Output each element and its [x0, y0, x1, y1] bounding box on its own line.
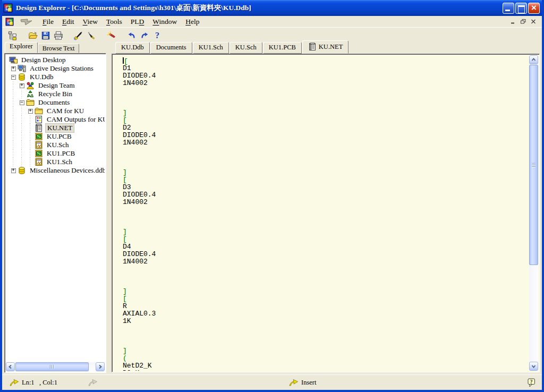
- tree-indent-guide: [18, 107, 26, 115]
- tree-item-label: Miscellaneous Devices.ddb: [28, 166, 105, 175]
- tree-item-design-desktop[interactable]: Design Desktop: [6, 56, 105, 64]
- scroll-right-button[interactable]: [96, 362, 105, 371]
- document-tab-ku-sch[interactable]: KU.Sch: [230, 42, 262, 54]
- help-balloon-icon[interactable]: ?: [527, 378, 536, 387]
- horizontal-scrollbar-thumb[interactable]: [15, 362, 89, 371]
- tree-item-label: Design Team: [37, 81, 76, 90]
- editor-line: D2-K: [123, 370, 528, 371]
- tree-item-cam-for-ku[interactable]: +CAM for KU: [6, 107, 105, 115]
- editor-line: [123, 87, 528, 95]
- menu-view[interactable]: View: [79, 17, 102, 27]
- vertical-scrollbar[interactable]: [529, 55, 538, 371]
- maximize-button[interactable]: [515, 3, 527, 14]
- editor-line: [123, 154, 528, 161]
- tree-item-label: Active Design Stations: [28, 64, 95, 73]
- tree-indent-guide: [9, 124, 18, 132]
- menu-tools[interactable]: Tools: [102, 17, 126, 27]
- editor-line: R: [123, 303, 528, 310]
- document-tab-ku1-sch[interactable]: KU1.Sch: [193, 42, 229, 54]
- folder-icon: [26, 98, 35, 107]
- editor-lines[interactable]: [D1DIODE0.41N4002][D2DIODE0.41N4002][D3D…: [113, 55, 528, 371]
- tree-item-label: KU.Ddb: [28, 73, 55, 81]
- tree-item-ku1-sch[interactable]: KU1.Sch: [6, 158, 105, 166]
- editor-line: [123, 147, 528, 154]
- menu-window[interactable]: Window: [148, 17, 181, 27]
- tree-indent-guide: [18, 90, 26, 98]
- tree-item-ku-net[interactable]: KU.NET: [6, 124, 105, 132]
- expand-plus-icon[interactable]: +: [11, 66, 16, 71]
- expand-plus-icon[interactable]: +: [11, 168, 16, 173]
- status-arrow-icon: [10, 379, 19, 386]
- mdi-minimize-button[interactable]: [508, 18, 517, 25]
- menu-pld[interactable]: PLD: [126, 17, 149, 27]
- expand-plus-icon[interactable]: +: [20, 83, 24, 88]
- close-button[interactable]: [528, 3, 540, 14]
- minimize-button[interactable]: [503, 3, 514, 14]
- editor-line: D2: [123, 124, 528, 132]
- window-controls: [503, 3, 540, 14]
- document-tab-ku1-pcb[interactable]: KU1.PCB: [263, 42, 302, 54]
- editor-line: [123, 221, 528, 228]
- copy-button[interactable]: [85, 29, 98, 41]
- document-tab-ku-net[interactable]: KU.NET: [302, 40, 348, 54]
- panel-tab-explorer[interactable]: Explorer: [5, 42, 38, 53]
- scroll-left-button[interactable]: [6, 362, 15, 371]
- print-icon: [54, 30, 63, 40]
- tree-item-design-team[interactable]: +Design Team: [6, 81, 105, 90]
- editor-line: [123, 266, 528, 273]
- scroll-up-button[interactable]: [529, 55, 538, 64]
- cut-button[interactable]: [72, 29, 85, 41]
- pcb-doc-icon: [35, 132, 43, 141]
- team-icon: [26, 81, 35, 90]
- app-logo-icon[interactable]: [3, 3, 13, 13]
- mdi-document-icon[interactable]: [5, 18, 14, 26]
- tree-item-ku-ddb[interactable]: −KU.Ddb: [6, 73, 105, 81]
- window-title: Design Explorer - [C:\Documents and Sett…: [16, 3, 503, 13]
- tree-item-active-design-stations[interactable]: +Active Design Stations: [6, 64, 105, 73]
- vertical-scrollbar-thumb[interactable]: [529, 65, 538, 265]
- save-button[interactable]: [39, 29, 52, 41]
- tree-item-ku-pcb[interactable]: KU.PCB: [6, 132, 105, 141]
- tree-item-ku-sch[interactable]: KU.Sch: [6, 141, 105, 149]
- document-tab-ku-ddb[interactable]: KU.Ddb: [115, 42, 150, 54]
- mdi-restore-button[interactable]: [518, 18, 528, 25]
- undo-button[interactable]: [125, 29, 138, 41]
- tree-indent-guide: [18, 149, 26, 158]
- help-button[interactable]: ?: [151, 29, 164, 41]
- tree-item-ku1-pcb[interactable]: KU1.PCB: [6, 149, 105, 158]
- open-document-button[interactable]: [27, 29, 39, 41]
- horizontal-scrollbar[interactable]: [6, 362, 105, 371]
- explorer-toggle-button[interactable]: [6, 29, 19, 41]
- tree-indent-guide: [26, 141, 35, 149]
- document-tab-documents[interactable]: Documents: [150, 42, 192, 54]
- tree-item-miscellaneous-devices-ddb[interactable]: +Miscellaneous Devices.ddb: [6, 166, 105, 175]
- editor-line: 1N4002: [123, 199, 528, 206]
- editor-line: [: [123, 295, 528, 303]
- tree-item-recycle-bin[interactable]: Recycle Bin: [6, 90, 105, 98]
- svg-text:?: ?: [530, 379, 533, 384]
- tree-item-cam-outputs-for-ku[interactable]: CAM Outputs for KU: [6, 115, 105, 124]
- menu-edit[interactable]: Edit: [58, 17, 79, 27]
- print-button[interactable]: [52, 29, 65, 41]
- expand-plus-icon[interactable]: +: [28, 109, 33, 114]
- document-menu-arrow-icon[interactable]: [19, 18, 35, 26]
- undo-icon: [127, 30, 137, 40]
- menu-file[interactable]: File: [38, 17, 58, 27]
- desktop-icon: [9, 56, 18, 64]
- scroll-down-button[interactable]: [529, 362, 538, 371]
- tree-item-documents[interactable]: −Documents: [6, 98, 105, 107]
- collapse-minus-icon[interactable]: −: [20, 100, 24, 105]
- database-icon: [18, 73, 26, 81]
- editor-line: ]: [123, 228, 528, 236]
- special-tool-button[interactable]: [105, 29, 118, 41]
- menu-help[interactable]: Help: [181, 17, 203, 27]
- editor-line: [: [123, 117, 528, 124]
- redo-button[interactable]: [138, 29, 151, 41]
- text-editor[interactable]: [D1DIODE0.41N4002][D2DIODE0.41N4002][D3D…: [112, 54, 540, 372]
- editor-line: NetD2_K: [123, 362, 528, 370]
- collapse-minus-icon[interactable]: −: [11, 75, 16, 80]
- editor-line: [123, 325, 528, 333]
- mdi-close-button[interactable]: [529, 18, 538, 25]
- panel-tab-browse-text[interactable]: Browse Text: [38, 44, 80, 53]
- editor-line: [123, 214, 528, 221]
